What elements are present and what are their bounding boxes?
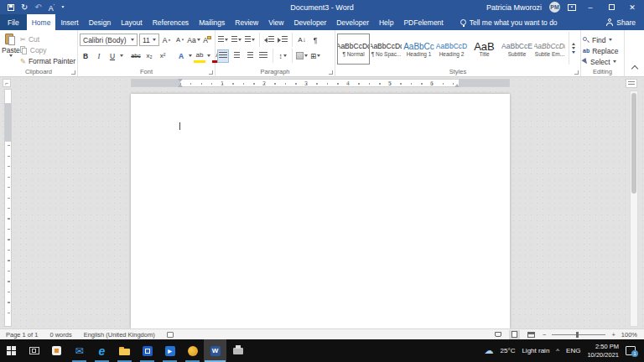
printer-app-button[interactable]: [226, 339, 249, 362]
font-size-select[interactable]: 11: [139, 34, 159, 46]
clipboard-dialog-launcher[interactable]: [71, 70, 75, 75]
gallery-up-icon[interactable]: [572, 43, 575, 45]
mail-app-button[interactable]: ✉: [68, 339, 91, 362]
tab-insert[interactable]: Insert: [55, 14, 83, 30]
horizontal-ruler[interactable]: 1 2 3 4 5 6: [131, 79, 510, 87]
copy-button[interactable]: Copy: [20, 44, 75, 55]
highlight-caret[interactable]: [207, 54, 210, 57]
italic-button[interactable]: I: [93, 49, 105, 63]
find-button[interactable]: Find: [583, 34, 622, 45]
tab-design[interactable]: Design: [84, 14, 116, 30]
subscript-button[interactable]: x₂: [143, 49, 155, 63]
change-case-button[interactable]: Aa: [188, 34, 200, 47]
weather-description[interactable]: Light rain: [522, 347, 549, 354]
zoom-slider-thumb[interactable]: [576, 332, 579, 338]
read-mode-button[interactable]: [492, 330, 503, 339]
scrollbar-thumb[interactable]: [631, 93, 636, 194]
ruler-toggle-button[interactable]: [626, 79, 637, 88]
tab-home[interactable]: Home: [27, 14, 56, 30]
paste-button[interactable]: Paste: [2, 32, 20, 66]
first-line-indent-marker[interactable]: [178, 79, 183, 82]
styles-dialog-launcher[interactable]: [574, 70, 579, 75]
decrease-indent-button[interactable]: [263, 34, 275, 47]
strikethrough-button[interactable]: abc: [130, 49, 142, 63]
format-painter-button[interactable]: ✎Format Painter: [20, 55, 75, 66]
style-subtitle[interactable]: AaBbCcESubtitle: [501, 34, 533, 65]
bold-button[interactable]: B: [80, 49, 91, 63]
superscript-button[interactable]: x²: [157, 49, 169, 63]
text-effects-caret[interactable]: [189, 54, 192, 57]
redo-icon[interactable]: ↻: [21, 3, 28, 12]
tab-review[interactable]: Review: [230, 14, 263, 30]
style-no-spacing[interactable]: AaBbCcDc¶ No Spac...: [370, 34, 402, 65]
zoom-level[interactable]: 100%: [621, 331, 637, 339]
line-spacing-button[interactable]: ↕: [277, 49, 288, 63]
multilevel-list-button[interactable]: [244, 34, 256, 47]
sort-button[interactable]: A↓: [296, 34, 308, 47]
language-indicator[interactable]: English (United Kingdom): [84, 331, 155, 339]
customize-qat-icon[interactable]: [61, 6, 64, 8]
web-layout-button[interactable]: [526, 330, 537, 339]
hanging-indent-marker[interactable]: [178, 84, 183, 87]
right-indent-marker[interactable]: [454, 84, 460, 87]
movies-tv-app-button[interactable]: ▶: [158, 339, 181, 362]
tab-view[interactable]: View: [263, 14, 288, 30]
close-button[interactable]: ✕: [626, 3, 639, 12]
replace-button[interactable]: abReplace: [583, 45, 622, 56]
notification-center-button[interactable]: 1: [626, 346, 636, 355]
task-view-button[interactable]: [23, 339, 45, 362]
bullets-button[interactable]: [217, 34, 229, 47]
tab-layout[interactable]: Layout: [116, 14, 148, 30]
style-normal[interactable]: AaBbCcDc¶ Normal: [337, 34, 370, 65]
tab-mailings[interactable]: Mailings: [194, 14, 230, 30]
gallery-down-icon[interactable]: [572, 47, 575, 49]
user-name[interactable]: Patricia Mworozi: [486, 3, 542, 12]
shrink-font-button[interactable]: A: [174, 34, 186, 47]
avatar[interactable]: PM: [549, 2, 560, 13]
font-dialog-launcher[interactable]: [209, 70, 213, 75]
font-name-select[interactable]: Calibri (Body): [80, 34, 138, 46]
word-app-button[interactable]: W: [204, 339, 226, 362]
zoom-in-button[interactable]: +: [611, 331, 615, 339]
grow-font-button[interactable]: A: [161, 34, 173, 47]
print-layout-button[interactable]: [509, 330, 520, 339]
increase-indent-button[interactable]: [277, 34, 288, 47]
weather-temperature[interactable]: 25°C: [501, 347, 516, 354]
input-language[interactable]: ENG: [566, 347, 580, 354]
style-title[interactable]: AaBTitle: [468, 34, 501, 65]
vertical-ruler[interactable]: [4, 89, 12, 327]
align-center-button[interactable]: [231, 49, 242, 63]
minimize-button[interactable]: –: [584, 3, 597, 12]
store-app-button[interactable]: [45, 339, 68, 362]
tab-pdfelement[interactable]: PDFelement: [398, 14, 448, 30]
tab-references[interactable]: References: [148, 14, 194, 30]
share-button[interactable]: Share: [606, 14, 644, 30]
editor-icon[interactable]: Aʹ: [49, 2, 55, 13]
page-indicator[interactable]: Page 1 of 1: [6, 331, 38, 339]
tab-developer-1[interactable]: Developer: [288, 14, 331, 30]
shading-button[interactable]: [296, 49, 308, 63]
vertical-scrollbar[interactable]: [630, 90, 638, 327]
align-left-button[interactable]: [217, 49, 229, 63]
text-effects-button[interactable]: A: [175, 49, 187, 63]
app-button-gold[interactable]: [181, 339, 204, 362]
collapse-ribbon-icon[interactable]: [631, 65, 638, 72]
highlight-color-button[interactable]: ab: [194, 49, 205, 63]
zoom-out-button[interactable]: −: [543, 331, 546, 339]
proofing-status-icon[interactable]: [167, 332, 174, 338]
show-hide-marks-button[interactable]: ¶: [309, 34, 321, 47]
justify-button[interactable]: [257, 49, 269, 63]
undo-icon[interactable]: ↶: [34, 3, 41, 12]
ribbon-display-options-icon[interactable]: [568, 4, 576, 11]
word-count[interactable]: 0 words: [49, 331, 71, 339]
numbering-button[interactable]: [231, 34, 242, 47]
underline-caret[interactable]: [120, 54, 123, 57]
paragraph-dialog-launcher[interactable]: [329, 70, 333, 75]
style-subtle-emphasis[interactable]: AaBbCcDtSubtle Em...: [533, 34, 566, 65]
document-page[interactable]: [131, 94, 510, 328]
app-button-blue[interactable]: [136, 339, 158, 362]
edge-app-button[interactable]: e: [91, 339, 113, 362]
file-explorer-button[interactable]: [113, 339, 136, 362]
tell-me-box[interactable]: Tell me what you want to do: [460, 14, 558, 30]
tab-developer-2[interactable]: Developer: [331, 14, 374, 30]
